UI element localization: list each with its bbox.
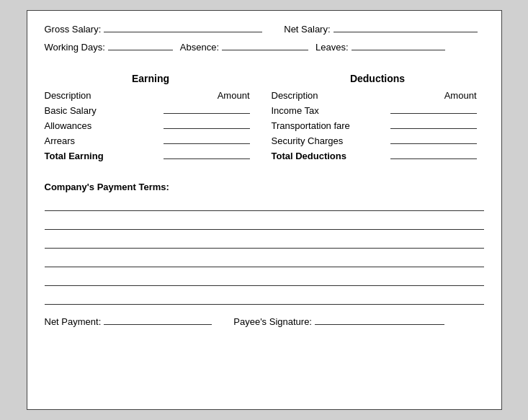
basic-salary-label: Basic Salary xyxy=(45,105,156,116)
allowances-underline xyxy=(164,119,250,129)
payee-signature-value xyxy=(315,324,444,325)
total-earning-amount xyxy=(156,149,257,159)
arrears-label: Arrears xyxy=(45,135,156,146)
payment-line xyxy=(45,256,484,267)
table-row: Basic Salary xyxy=(45,104,257,116)
total-earning-row: Total Earning xyxy=(45,149,257,161)
payment-line xyxy=(45,218,484,230)
earning-section: Earning Description Amount Basic Salary … xyxy=(45,73,264,164)
table-row: Transportation fare xyxy=(272,119,484,131)
payment-terms-title: Company's Payment Terms: xyxy=(45,182,484,192)
total-deductions-underline xyxy=(390,149,477,159)
table-row: Income Tax xyxy=(272,104,484,116)
working-days-label: Working Days: xyxy=(45,42,105,53)
basic-salary-underline xyxy=(164,104,250,114)
payment-line xyxy=(45,274,484,286)
deductions-title: Deductions xyxy=(272,73,484,84)
leaves-label: Leaves: xyxy=(316,42,349,53)
transport-amount xyxy=(383,119,484,129)
gross-net-row: Gross Salary: Net Salary: xyxy=(45,24,484,35)
net-salary-value xyxy=(334,32,478,32)
net-payment-section: Net Payment: Payee's Signature: xyxy=(45,316,484,327)
earning-amount-header: Amount xyxy=(156,90,257,101)
deductions-amount-header: Amount xyxy=(383,90,484,101)
payment-terms-section: Company's Payment Terms: xyxy=(45,182,484,305)
deductions-header: Description Amount xyxy=(272,90,484,101)
net-salary-label: Net Salary: xyxy=(284,24,330,35)
arrears-amount xyxy=(156,134,257,144)
allowances-label: Allowances xyxy=(45,120,156,131)
table-row: Arrears xyxy=(45,134,257,146)
payment-line xyxy=(45,237,484,249)
working-days-value xyxy=(108,50,173,50)
deductions-section: Deductions Description Amount Income Tax… xyxy=(264,73,484,164)
total-deductions-row: Total Deductions xyxy=(272,149,484,161)
absence-label: Absence: xyxy=(180,42,219,53)
payee-signature-label: Payee's Signature: xyxy=(233,316,312,327)
security-label: Security Charges xyxy=(272,135,383,146)
total-deductions-amount xyxy=(383,149,484,159)
payment-line xyxy=(45,293,484,305)
security-underline xyxy=(390,134,477,144)
income-tax-label: Income Tax xyxy=(272,105,383,116)
tables-section: Earning Description Amount Basic Salary … xyxy=(45,73,484,164)
gross-salary-value xyxy=(104,32,262,32)
total-deductions-label: Total Deductions xyxy=(272,151,383,161)
total-earning-underline xyxy=(164,149,250,159)
income-tax-underline xyxy=(390,104,477,114)
deductions-desc-header: Description xyxy=(272,90,383,101)
working-days-row: Working Days: Absence: Leaves: xyxy=(45,42,484,53)
payslip-container: Gross Salary: Net Salary: Working Days: … xyxy=(27,10,502,410)
table-row: Allowances xyxy=(45,119,257,131)
table-row: Security Charges xyxy=(272,134,484,146)
transport-label: Transportation fare xyxy=(272,120,383,131)
transport-underline xyxy=(390,119,477,129)
earning-title: Earning xyxy=(45,73,257,84)
leaves-value xyxy=(352,50,445,50)
total-earning-label: Total Earning xyxy=(45,151,156,161)
absence-value xyxy=(222,50,308,50)
security-amount xyxy=(383,134,484,144)
payment-lines xyxy=(45,200,484,305)
allowances-amount xyxy=(156,119,257,129)
payment-line xyxy=(45,200,484,211)
basic-salary-amount xyxy=(156,104,257,114)
net-payment-label: Net Payment: xyxy=(45,316,102,327)
net-payment-value xyxy=(104,324,212,325)
gross-salary-label: Gross Salary: xyxy=(45,24,102,35)
arrears-underline xyxy=(164,134,250,144)
earning-header: Description Amount xyxy=(45,90,257,101)
income-tax-amount xyxy=(383,104,484,114)
earning-desc-header: Description xyxy=(45,90,156,101)
